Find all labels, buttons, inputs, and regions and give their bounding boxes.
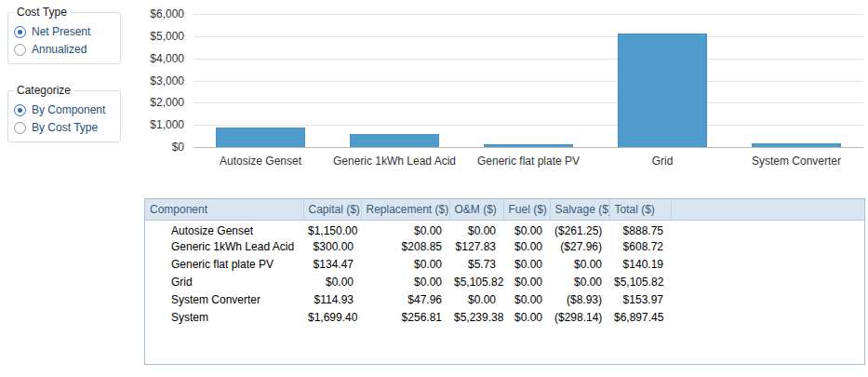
component-name-cell: Autosize Genset [145,220,303,238]
value-cell: $300.00 [303,238,361,256]
value-cell: $5,239.38 [449,309,503,327]
column-header-total: Total ($) [609,199,671,220]
filler-cell [671,256,864,274]
value-cell: $0.00 [550,256,609,274]
filler-cell [671,309,864,327]
radio-net-present[interactable]: Net Present [14,25,114,38]
value-cell: ($298.14) [550,309,609,327]
y-tick-label: $2,000 [150,96,184,109]
y-tick-label: $5,000 [150,30,184,43]
bar-slot [194,14,327,147]
value-cell: $0.00 [361,220,449,238]
value-cell: ($8.93) [550,291,609,309]
component-name-cell: Generic 1kWh Lead Acid [145,238,303,256]
bar-grid [618,34,706,147]
radio-by-cost-type-label: By Cost Type [32,121,98,134]
value-cell: $256.81 [361,309,449,327]
bar-slot [327,14,461,147]
table-row-system-converter: System Converter$114.93$47.96$0.00$0.00(… [145,291,864,309]
table-body: Autosize Genset$1,150.00$0.00$0.00$0.00(… [145,220,864,327]
bar-slot [729,14,863,147]
component-name-cell: System Converter [145,291,303,309]
component-name-cell: Grid [145,274,303,291]
filler-cell [671,238,864,256]
value-cell: $0.00 [503,256,550,274]
x-tick-label: Grid [595,155,729,168]
value-cell: ($261.25) [550,220,609,238]
table-row-grid: Grid$0.00$0.00$5,105.82$0.00$0.00$5,105.… [145,274,864,291]
y-tick-label: $0 [172,141,184,154]
value-cell: $0.00 [449,220,503,238]
cost-bar-chart: $0$1,000$2,000$3,000$4,000$5,000$6,000 A… [141,7,863,181]
value-cell: $5,105.82 [449,274,503,291]
cost-type-legend: Cost Type [14,6,70,19]
value-cell: $5.73 [449,256,503,274]
x-tick-label: Generic flat plate PV [461,155,595,168]
value-cell: $0.00 [503,238,550,256]
table-row-generic-flat-plate-pv: Generic flat plate PV$134.47$0.00$5.73$0… [145,256,864,274]
x-tick-label: Generic 1kWh Lead Acid [327,155,461,168]
bar-slot [461,14,595,147]
column-header-component: Component [145,199,303,220]
component-name-cell: Generic flat plate PV [145,256,303,274]
column-header-filler [671,199,864,220]
value-cell: $208.85 [361,238,449,256]
bar-generic-1kwh-lead-acid [350,134,438,148]
value-cell: $0.00 [449,291,503,309]
value-cell: $0.00 [550,274,609,291]
cost-type-groupbox: Cost Type Net Present Annualized [7,6,121,64]
value-cell: $47.96 [361,291,449,309]
value-cell: $127.83 [449,238,503,256]
value-cell: $0.00 [361,274,449,291]
radio-button-icon[interactable] [14,44,26,56]
column-header-capital: Capital ($) [303,199,361,220]
x-tick-label: Autosize Genset [194,155,327,168]
value-cell: $0.00 [503,274,550,291]
table-row-autosize-genset: Autosize Genset$1,150.00$0.00$0.00$0.00(… [145,220,864,238]
table-row-generic-1kwh-lead-acid: Generic 1kWh Lead Acid$300.00$208.85$127… [145,238,864,256]
categorize-groupbox: Categorize By Component By Cost Type [7,84,121,142]
radio-annualized-label: Annualized [32,43,87,56]
radio-button-icon[interactable] [14,104,26,116]
bar-generic-flat-plate-pv [484,144,572,147]
radio-button-icon[interactable] [14,122,26,134]
value-cell: $134.47 [303,256,361,274]
y-tick-label: $1,000 [150,118,184,131]
chart-plot [194,14,863,147]
radio-by-cost-type[interactable]: By Cost Type [14,121,114,134]
value-cell: $888.75 [609,220,671,238]
radio-button-icon[interactable] [14,26,26,38]
radio-by-component[interactable]: By Component [14,103,114,116]
y-tick-label: $6,000 [150,7,184,20]
value-cell: $608.72 [609,238,671,256]
bar-system-converter [752,143,840,147]
filler-cell [671,274,864,291]
chart-bars [194,14,863,147]
table-header-row: ComponentCapital ($)Replacement ($)O&M (… [145,199,864,220]
table-row-system: System$1,699.40$256.81$5,239.38$0.00($29… [145,309,864,327]
y-tick-label: $4,000 [150,52,184,65]
value-cell: $140.19 [609,256,671,274]
x-tick-label: System Converter [729,155,863,168]
column-header-salvage: Salvage ($) [550,199,609,220]
radio-by-component-label: By Component [32,103,105,116]
radio-annualized[interactable]: Annualized [14,43,114,56]
value-cell: $0.00 [503,309,550,327]
value-cell: $153.97 [609,291,671,309]
value-cell: $0.00 [303,274,361,291]
cost-summary-table: ComponentCapital ($)Replacement ($)O&M (… [144,198,865,365]
component-name-cell: System [145,309,303,327]
value-cell: $6,897.45 [609,309,671,327]
value-cell: $0.00 [503,220,550,238]
chart-x-axis: Autosize GensetGeneric 1kWh Lead AcidGen… [194,155,863,168]
value-cell: $5,105.82 [609,274,671,291]
value-cell: $0.00 [503,291,550,309]
gridline [194,147,863,148]
column-header-fuel: Fuel ($) [503,199,550,220]
value-cell: $114.93 [303,291,361,309]
value-cell: $1,699.40 [303,309,361,327]
value-cell: ($27.96) [550,238,609,256]
radio-net-present-label: Net Present [32,25,90,38]
value-cell: $0.00 [361,256,449,274]
column-header-o-m: O&M ($) [449,199,503,220]
